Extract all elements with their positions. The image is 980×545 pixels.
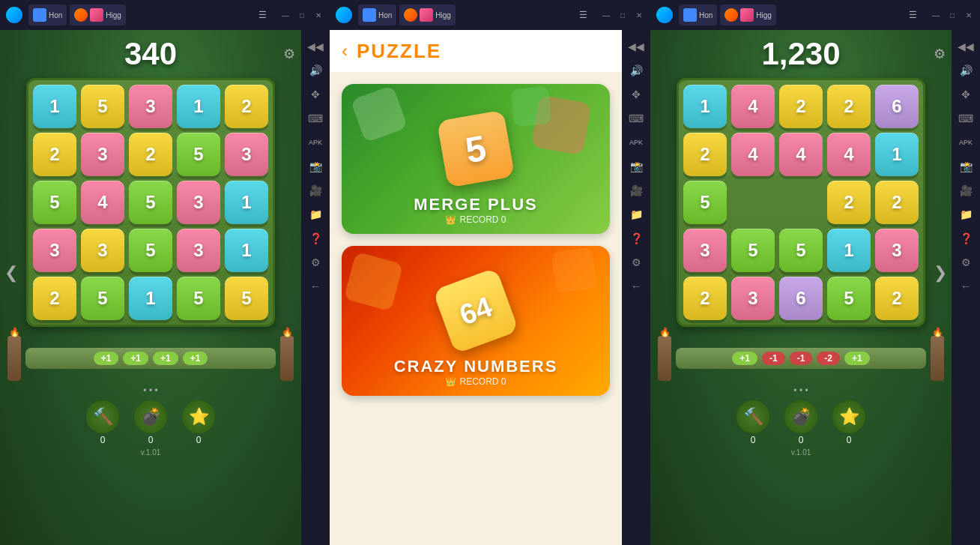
camera-icon-right[interactable]: 📸 xyxy=(955,156,976,177)
move-icon-center[interactable]: ✥ xyxy=(626,84,647,105)
tile-13[interactable]: 3 xyxy=(177,181,220,224)
bonus-btn-2-left[interactable]: +1 xyxy=(153,352,178,365)
bonus-btn-0-right[interactable]: +1 xyxy=(732,352,757,365)
tile-9[interactable]: 3 xyxy=(225,133,268,176)
maximize-btn-left[interactable]: □ xyxy=(297,10,307,20)
gear-icon-left[interactable]: ⚙ xyxy=(283,46,295,62)
folder-icon-center[interactable]: 📁 xyxy=(626,204,647,225)
tile-10[interactable]: 5 xyxy=(33,181,76,224)
apk-icon-right[interactable]: APK xyxy=(955,132,976,153)
maximize-btn-right[interactable]: □ xyxy=(947,10,958,20)
rtile-8[interactable]: 4 xyxy=(827,133,871,176)
bonus-btn-3-left[interactable]: +1 xyxy=(183,352,208,365)
tile-22[interactable]: 1 xyxy=(129,277,172,320)
tile-17[interactable]: 5 xyxy=(129,229,172,272)
rtile-13[interactable]: 2 xyxy=(827,181,871,224)
puzzle-back-button[interactable]: ‹ xyxy=(342,40,348,61)
back-icon-right[interactable]: ← xyxy=(955,276,976,297)
tab-home-center[interactable]: Hon xyxy=(358,4,396,25)
bonus-btn-4-right[interactable]: +1 xyxy=(844,352,870,365)
hamburger-btn-right[interactable]: ☰ xyxy=(904,6,922,24)
tile-24[interactable]: 5 xyxy=(225,277,268,320)
rtile-18[interactable]: 1 xyxy=(827,229,871,272)
minimize-btn-right[interactable]: — xyxy=(931,10,941,20)
help-icon-center[interactable]: ❓ xyxy=(626,228,647,249)
tile-16[interactable]: 3 xyxy=(81,229,124,272)
close-btn-right[interactable]: ✕ xyxy=(964,10,974,20)
hamburger-btn-center[interactable]: ☰ xyxy=(574,6,592,24)
apk-icon-left[interactable]: APK xyxy=(305,132,326,153)
tab-higg-center[interactable]: Higg xyxy=(399,4,456,25)
rtile-14[interactable]: 2 xyxy=(875,181,919,224)
tile-18[interactable]: 3 xyxy=(177,229,220,272)
tab-higg-right[interactable]: Higg xyxy=(720,4,776,25)
rtile-20[interactable]: 2 xyxy=(683,277,727,320)
tool-bomb-left[interactable]: 💣 0 xyxy=(134,400,167,445)
tile-4[interactable]: 2 xyxy=(225,85,268,128)
tile-14[interactable]: 1 xyxy=(225,181,268,224)
double-left-arrow-icon[interactable]: ◀◀ xyxy=(305,36,326,57)
tab-home-right[interactable]: Hon xyxy=(679,4,717,25)
rtile-16[interactable]: 5 xyxy=(731,229,775,272)
tab-home-left[interactable]: Hon xyxy=(28,4,67,25)
minimize-btn-center[interactable]: — xyxy=(601,10,611,20)
crazy-numbers-card[interactable]: 64 CRAZY NUMBERS 👑 RECORD 0 xyxy=(342,246,610,396)
tile-0[interactable]: 1 xyxy=(33,85,76,128)
maximize-btn-center[interactable]: □ xyxy=(617,10,628,20)
rtile-5[interactable]: 2 xyxy=(683,133,727,176)
tile-11[interactable]: 4 xyxy=(81,181,124,224)
tab-higg-left[interactable]: Higg xyxy=(70,4,126,25)
tool-bomb-right[interactable]: 💣 0 xyxy=(784,400,817,445)
keyboard-icon-left[interactable]: ⌨ xyxy=(305,108,326,129)
tile-8[interactable]: 5 xyxy=(177,133,220,176)
folder-icon-left[interactable]: 📁 xyxy=(305,204,326,225)
rtile-22[interactable]: 6 xyxy=(779,277,823,320)
nav-left-arrow[interactable]: ❮ xyxy=(4,263,18,283)
rtile-23[interactable]: 5 xyxy=(827,277,871,320)
tool-hammer-right[interactable]: 🔨 0 xyxy=(736,400,769,445)
rtile-3[interactable]: 2 xyxy=(827,85,871,128)
bonus-btn-2-right[interactable]: -1 xyxy=(790,352,813,365)
tile-19[interactable]: 1 xyxy=(225,229,268,272)
sound-icon-center[interactable]: 🔊 xyxy=(626,60,647,81)
rtile-7[interactable]: 4 xyxy=(779,133,823,176)
tool-star-left[interactable]: ⭐ 0 xyxy=(182,400,215,445)
merge-plus-card[interactable]: 5 MERGE PLUS 👑 RECORD 0 xyxy=(342,84,610,234)
rtile-9[interactable]: 1 xyxy=(875,133,919,176)
double-left-arrow-icon-c[interactable]: ◀◀ xyxy=(626,36,647,57)
rtile-24[interactable]: 2 xyxy=(875,277,919,320)
rtile-15[interactable]: 3 xyxy=(683,229,727,272)
back-icon-center[interactable]: ← xyxy=(626,276,647,297)
folder-icon-right[interactable]: 📁 xyxy=(955,204,976,225)
apk-icon-center[interactable]: APK xyxy=(626,132,647,153)
bonus-btn-1-left[interactable]: +1 xyxy=(123,352,148,365)
gear-icon-right[interactable]: ⚙ xyxy=(934,46,946,62)
video-icon-right[interactable]: 🎥 xyxy=(955,180,976,201)
keyboard-icon-center[interactable]: ⌨ xyxy=(626,108,647,129)
sound-icon-left[interactable]: 🔊 xyxy=(305,60,326,81)
tile-20[interactable]: 2 xyxy=(33,277,76,320)
bonus-btn-1-right[interactable]: -1 xyxy=(762,352,785,365)
rtile-21[interactable]: 3 xyxy=(731,277,775,320)
rtile-19[interactable]: 3 xyxy=(875,229,919,272)
close-btn-center[interactable]: ✕ xyxy=(634,10,644,20)
settings-icon-center[interactable]: ⚙ xyxy=(626,252,647,273)
tile-21[interactable]: 5 xyxy=(81,277,124,320)
settings-icon-left[interactable]: ⚙ xyxy=(305,252,326,273)
hamburger-btn-left[interactable]: ☰ xyxy=(253,6,271,24)
video-icon-left[interactable]: 🎥 xyxy=(305,180,326,201)
rtile-0[interactable]: 1 xyxy=(683,85,727,128)
tile-5[interactable]: 2 xyxy=(33,133,76,176)
bonus-btn-0-left[interactable]: +1 xyxy=(94,352,119,365)
tile-7[interactable]: 2 xyxy=(129,133,172,176)
double-left-arrow-icon-r[interactable]: ◀◀ xyxy=(955,36,976,57)
rtile-2[interactable]: 2 xyxy=(779,85,823,128)
tile-12[interactable]: 5 xyxy=(129,181,172,224)
tool-star-right[interactable]: ⭐ 0 xyxy=(832,400,865,445)
rtile-10[interactable]: 5 xyxy=(683,181,727,224)
camera-icon-center[interactable]: 📸 xyxy=(626,156,647,177)
help-icon-left[interactable]: ❓ xyxy=(305,228,326,249)
move-icon-right[interactable]: ✥ xyxy=(955,84,976,105)
keyboard-icon-right[interactable]: ⌨ xyxy=(955,108,976,129)
rtile-4[interactable]: 6 xyxy=(875,85,919,128)
